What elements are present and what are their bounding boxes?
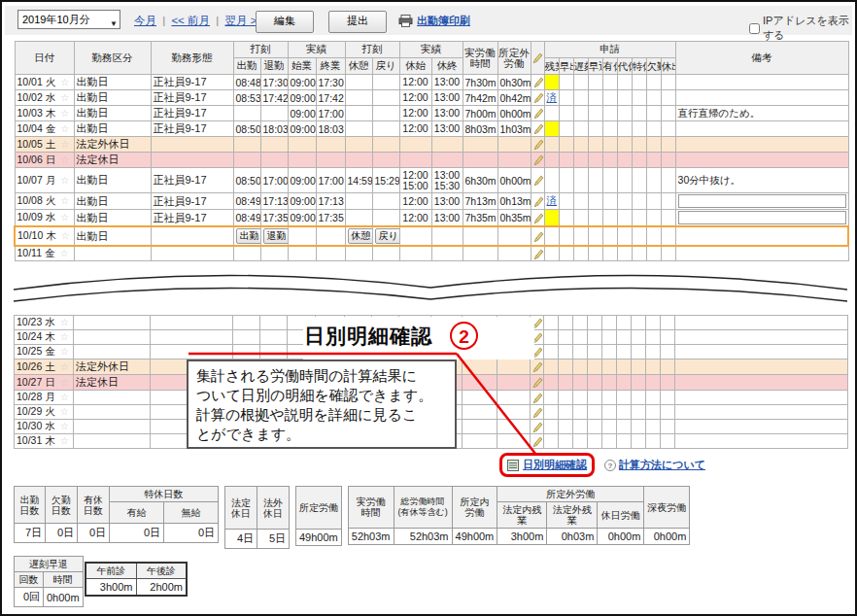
cell-edit[interactable]	[531, 226, 544, 246]
cell-work-class: 法定外休日	[74, 137, 151, 153]
cell-req-special-holiday	[632, 137, 646, 153]
cell-edit[interactable]	[531, 246, 544, 261]
cell-req-holiday-work	[661, 210, 675, 227]
cell-req-early-out	[559, 90, 573, 106]
cell-work-class: 法定休日	[74, 375, 151, 391]
print-attendance-link[interactable]: 出勤簿印刷	[417, 14, 470, 28]
cell-req-absence	[646, 359, 661, 375]
cell-break-start: 12:00 15:00	[399, 168, 431, 193]
value-morning-clinic: 3h00m	[86, 579, 136, 597]
break-button[interactable]: 休憩	[348, 228, 373, 244]
cell-date: 10/11 金☆	[15, 246, 74, 261]
cell-edit[interactable]	[531, 168, 544, 193]
punch-out-button[interactable]: 退勤	[263, 228, 289, 244]
cell-date: 10/03 木☆	[15, 106, 74, 121]
cell-req-paid-holiday	[602, 75, 617, 90]
return-button[interactable]: 戻り	[375, 228, 400, 244]
cell-req-early-leave	[588, 168, 602, 193]
cell-break-end: 13:00	[431, 90, 463, 106]
cell-req-comp-holiday	[617, 137, 632, 153]
star-icon: ☆	[60, 108, 69, 119]
cell-req-comp-holiday	[617, 316, 632, 330]
star-icon: ☆	[60, 212, 69, 222]
cell-req-early-leave	[588, 434, 602, 449]
month-select-value: 2019年10月分	[22, 14, 90, 25]
cell-date: 10/24 木☆	[15, 330, 74, 345]
cell-work-class: 出勤日	[74, 90, 151, 106]
cell-edit[interactable]	[531, 193, 544, 210]
value-legal-overtime: 3h00m	[497, 529, 547, 545]
remarks-input[interactable]	[678, 211, 846, 224]
daily-detail-link[interactable]: 日別明細確認	[523, 458, 587, 472]
cell-date: 10/07 月☆	[15, 168, 74, 193]
cell-edit[interactable]	[531, 137, 544, 153]
cell-end-time: 17:42	[316, 90, 345, 106]
pencil-icon	[533, 123, 544, 135]
cell-remarks	[675, 375, 848, 391]
calc-method-link[interactable]: 計算方法について	[619, 458, 705, 472]
cell-req-late	[573, 193, 588, 210]
header-late-count: 回数	[15, 572, 44, 588]
cell-break-end	[431, 246, 463, 261]
cell-req-special-holiday	[632, 359, 646, 375]
cell-punch-out: 17:30	[260, 75, 288, 90]
cell-remarks	[675, 153, 848, 168]
overtime-approved-link[interactable]: 済	[547, 194, 557, 208]
punch-in-button[interactable]: 出勤	[236, 228, 261, 244]
this-month-link[interactable]: 今月	[134, 15, 156, 26]
cell-date: 10/05 土☆	[15, 137, 74, 153]
remarks-input[interactable]	[678, 194, 846, 208]
cell-edit[interactable]	[531, 375, 544, 391]
cell-req-special-holiday	[632, 226, 646, 246]
cell-start-time	[288, 226, 316, 246]
cell-break-out	[345, 210, 372, 227]
star-icon: ☆	[60, 123, 69, 134]
cell-remarks: 30分中抜け。	[675, 168, 848, 193]
summary-days-table: 出勤 日数 欠勤 日数 有休 日数 特休日数 有給 無給 7日 0日 0日 0日…	[14, 486, 219, 543]
value-special-unpaid: 0日	[164, 524, 219, 543]
cell-req-early-out	[559, 246, 573, 261]
cell-start-time: 09:00	[288, 193, 316, 210]
date-label: 10/25 金	[17, 345, 55, 357]
cell-req-late	[573, 246, 588, 261]
attendance-row: 10/05 土☆法定外休日	[15, 137, 848, 153]
cell-edit[interactable]	[531, 121, 544, 137]
cell-edit[interactable]	[531, 106, 544, 121]
overtime-approved-link[interactable]: 済	[547, 91, 557, 105]
edit-button[interactable]: 編集	[256, 11, 314, 33]
cell-edit[interactable]	[531, 210, 544, 227]
cell-req-comp-holiday	[617, 193, 632, 210]
cell-req-absence	[646, 121, 661, 137]
cell-edit[interactable]	[531, 420, 544, 434]
cell-edit[interactable]	[531, 90, 544, 106]
cell-edit[interactable]	[531, 434, 544, 449]
cell-req-special-holiday	[632, 153, 646, 168]
cell-edit[interactable]	[531, 405, 544, 420]
annotation-title: 日別明細確認	[304, 323, 432, 350]
cell-edit[interactable]	[531, 359, 544, 375]
attendance-sheet-page: 2019年10月分 ▼ 今月 | << 前月 | 翌月 >> 編集 提出 出勤簿…	[0, 0, 857, 616]
submit-button[interactable]: 提出	[328, 11, 387, 33]
cell-edit[interactable]	[531, 153, 544, 168]
cell-break-return	[372, 210, 399, 227]
attendance-row: 10/10 木☆出勤日出勤退勤休憩戻り	[15, 226, 848, 246]
cell-edit[interactable]	[531, 75, 544, 90]
cell-overtime: 1h03m	[497, 121, 531, 137]
cell-break-out	[345, 75, 372, 90]
cell-req-absence	[646, 210, 661, 227]
cell-req-early-out	[559, 153, 573, 168]
prev-month-link[interactable]: << 前月	[171, 15, 210, 26]
cell-work-class	[74, 330, 151, 345]
cell-start-time	[288, 246, 316, 261]
cell-work-class: 出勤日	[74, 75, 151, 90]
annotation-step-number: 2	[450, 322, 478, 350]
month-select[interactable]: 2019年10月分 ▼	[17, 10, 120, 29]
ip-address-checkbox[interactable]	[749, 23, 760, 34]
cell-end-time: 17:00	[316, 106, 345, 121]
star-icon: ☆	[60, 92, 69, 103]
cell-req-comp-holiday	[617, 345, 632, 359]
cell-work-class	[74, 420, 151, 434]
cell-edit[interactable]	[531, 391, 544, 405]
cell-req-paid-holiday	[602, 90, 617, 106]
cell-req-late	[573, 106, 588, 121]
